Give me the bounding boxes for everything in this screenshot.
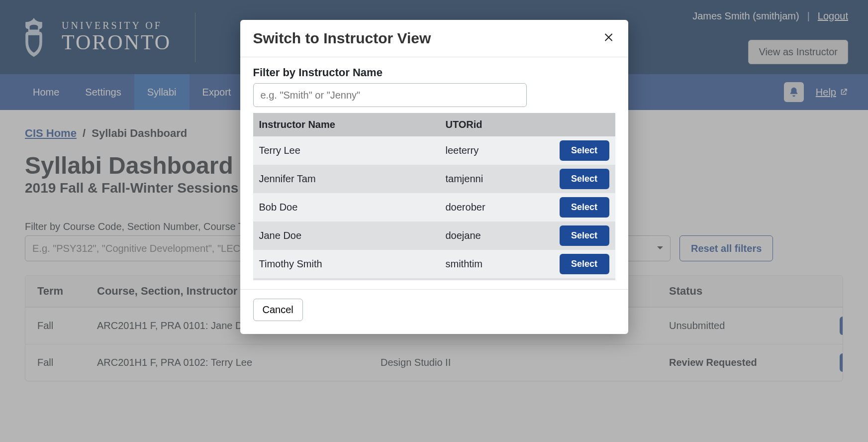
select-instructor-button[interactable]: Select <box>560 225 609 246</box>
modal-title: Switch to Instructor View <box>253 30 431 47</box>
instructor-row: Jane DoedoejaneSelect <box>253 221 615 250</box>
cell-utorid: leeterry <box>446 145 560 156</box>
modal-filter-input[interactable] <box>253 83 527 107</box>
cell-utorid: tamjenni <box>446 173 560 185</box>
cell-instructor-name: Bob Doe <box>259 202 446 213</box>
instructor-row: Lauren SmithsmithlauSelect <box>253 278 615 280</box>
select-instructor-button[interactable]: Select <box>560 254 609 274</box>
cancel-button[interactable]: Cancel <box>253 299 303 321</box>
instructor-row: Jennifer TamtamjenniSelect <box>253 165 615 193</box>
instructor-row: Timothy SmithsmithtimSelect <box>253 250 615 278</box>
th-utorid: UTORid <box>446 119 560 130</box>
instructor-list[interactable]: Instructor Name UTORid Terry Leeleeterry… <box>253 113 615 280</box>
instructor-row: Terry LeeleeterrySelect <box>253 136 615 165</box>
cell-instructor-name: Timothy Smith <box>259 258 446 270</box>
cell-utorid: doerober <box>446 202 560 213</box>
modal-filter-label: Filter by Instructor Name <box>253 66 615 79</box>
cell-utorid: doejane <box>446 230 560 241</box>
close-modal-button[interactable] <box>603 30 615 47</box>
cell-instructor-name: Jennifer Tam <box>259 173 446 185</box>
cell-instructor-name: Terry Lee <box>259 145 446 156</box>
select-instructor-button[interactable]: Select <box>560 197 609 218</box>
cell-instructor-name: Jane Doe <box>259 230 446 241</box>
switch-instructor-modal: Switch to Instructor View Filter by Inst… <box>240 20 628 334</box>
instructor-list-header: Instructor Name UTORid <box>253 113 615 136</box>
instructor-row: Bob DoedoeroberSelect <box>253 193 615 221</box>
select-instructor-button[interactable]: Select <box>560 140 609 161</box>
close-icon <box>603 31 615 43</box>
cell-utorid: smithtim <box>446 258 560 270</box>
th-instructor-name: Instructor Name <box>259 119 446 130</box>
select-instructor-button[interactable]: Select <box>560 169 609 189</box>
